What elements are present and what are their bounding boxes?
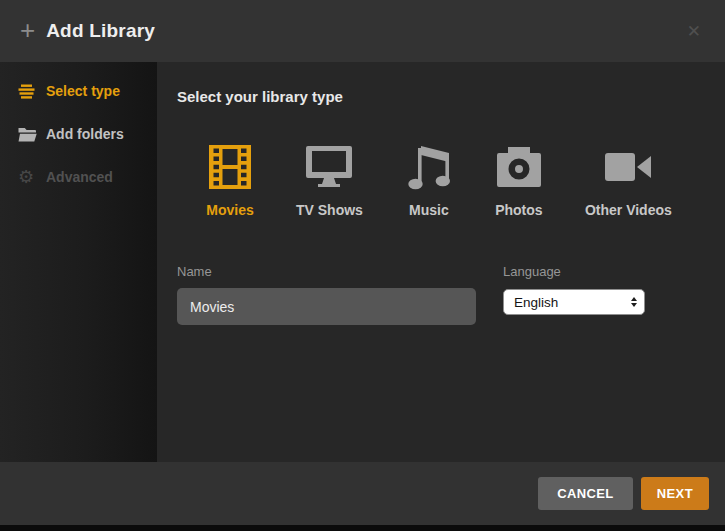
sidebar-item-label: Select type	[46, 83, 120, 99]
language-select[interactable]: English	[503, 289, 645, 315]
film-icon	[208, 141, 252, 193]
library-type-movies[interactable]: Movies	[206, 141, 254, 218]
dialog-footer: CANCEL NEXT	[0, 462, 725, 525]
window-bottom-edge	[0, 525, 725, 531]
library-type-tv-shows[interactable]: TV Shows	[296, 141, 363, 218]
tv-icon	[305, 141, 353, 193]
library-type-label: Movies	[206, 202, 253, 218]
sidebar-item-label: Add folders	[46, 126, 124, 142]
dialog-body: Select type Add folders ⚙ Advanced	[0, 62, 725, 462]
language-field-label: Language	[503, 264, 645, 279]
name-field-label: Name	[177, 264, 476, 279]
dialog-content: Select your library type Movies	[157, 62, 725, 462]
content-heading: Select your library type	[177, 88, 725, 105]
name-input[interactable]	[177, 288, 476, 325]
select-stepper-icon	[631, 297, 637, 307]
next-button[interactable]: NEXT	[641, 477, 709, 510]
video-camera-icon	[605, 141, 652, 193]
sidebar-item-select-type[interactable]: Select type	[0, 76, 157, 106]
sidebar-item-add-folders[interactable]: Add folders	[0, 119, 157, 149]
library-settings-row: Name Language English	[177, 264, 725, 325]
sidebar-item-advanced: ⚙ Advanced	[0, 162, 157, 192]
close-icon[interactable]: ✕	[683, 19, 705, 44]
dialog-header: + Add Library ✕	[0, 0, 725, 62]
folder-icon	[18, 127, 38, 142]
camera-icon	[496, 141, 542, 193]
cancel-button[interactable]: CANCEL	[538, 477, 633, 510]
dialog-sidebar: Select type Add folders ⚙ Advanced	[0, 62, 157, 462]
dialog-title: Add Library	[46, 20, 155, 42]
sidebar-item-label: Advanced	[46, 169, 113, 185]
name-field-group: Name	[177, 264, 476, 325]
list-lines-icon	[18, 84, 38, 99]
library-type-label: Photos	[495, 202, 542, 218]
library-type-picker: Movies TV Shows	[185, 141, 725, 218]
plus-icon: +	[20, 17, 35, 43]
language-field-group: Language English	[503, 264, 645, 325]
library-type-label: Other Videos	[585, 202, 672, 218]
add-library-dialog: + Add Library ✕ Select type	[0, 0, 725, 531]
library-type-label: TV Shows	[296, 202, 363, 218]
library-type-label: Music	[409, 202, 449, 218]
music-note-icon	[408, 141, 450, 193]
gear-icon: ⚙	[18, 168, 38, 186]
language-select-value: English	[514, 295, 631, 310]
library-type-music[interactable]: Music	[405, 141, 453, 218]
library-type-other-videos[interactable]: Other Videos	[585, 141, 672, 218]
library-type-photos[interactable]: Photos	[495, 141, 543, 218]
